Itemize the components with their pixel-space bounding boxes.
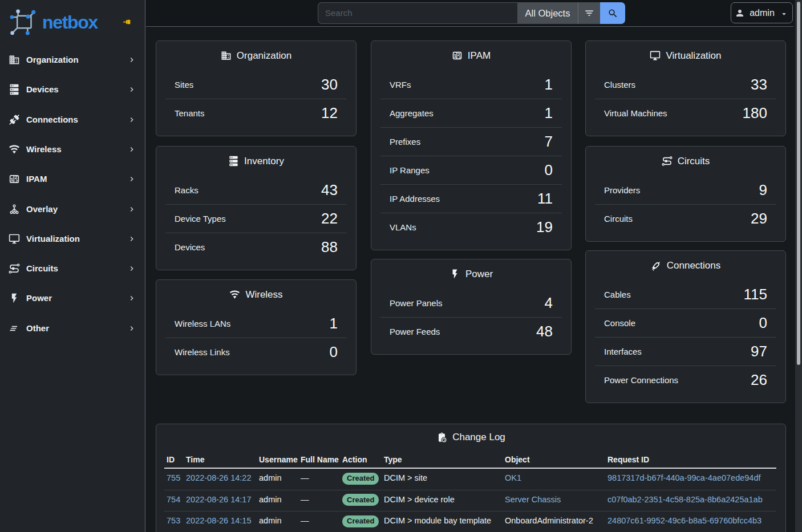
svg-text:2: 2 [15,180,18,184]
svg-text:1: 1 [10,176,14,182]
svg-text:2: 2 [459,56,461,60]
svg-text:1: 1 [453,53,456,59]
